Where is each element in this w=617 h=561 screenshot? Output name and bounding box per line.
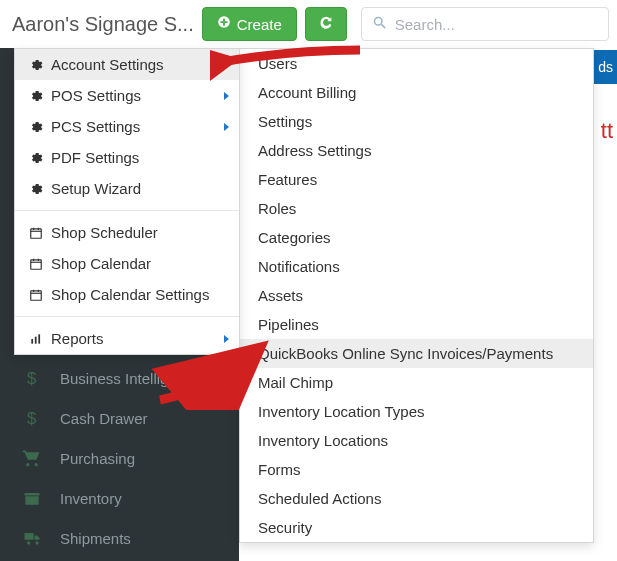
submenu-item[interactable]: Mail Chimp — [240, 368, 593, 397]
dollar-icon: $ — [22, 408, 42, 428]
svg-rect-9 — [31, 259, 42, 268]
chevron-right-icon — [224, 123, 229, 131]
menu-label: Shop Calendar — [51, 255, 151, 272]
menu-shop-scheduler[interactable]: Shop Scheduler — [15, 217, 239, 248]
cart-icon — [22, 448, 42, 468]
chevron-right-icon — [224, 92, 229, 100]
rail-label: Shipments — [60, 530, 131, 547]
submenu-item[interactable]: Users — [240, 49, 593, 78]
page-title-fragment: tt — [601, 118, 613, 144]
menu-pcs-settings[interactable]: PCS Settings — [15, 111, 239, 142]
menu-label: Reports — [51, 330, 104, 347]
submenu-item[interactable]: Assets — [240, 281, 593, 310]
search-input[interactable] — [395, 16, 598, 33]
shop-name: Aaron's Signage S... — [8, 13, 194, 36]
svg-point-3 — [374, 17, 382, 25]
gear-icon — [29, 120, 43, 134]
submenu-item[interactable]: Notifications — [240, 252, 593, 281]
svg-text:$: $ — [27, 369, 36, 388]
submenu-item[interactable]: Forms — [240, 455, 593, 484]
menu-shop-calendar[interactable]: Shop Calendar — [15, 248, 239, 279]
menu-shop-calendar-settings[interactable]: Shop Calendar Settings — [15, 279, 239, 310]
gear-icon — [29, 151, 43, 165]
account-settings-submenu: UsersAccount BillingSettingsAddress Sett… — [239, 48, 594, 543]
submenu-item[interactable]: Security — [240, 513, 593, 542]
bar-chart-icon — [29, 332, 43, 346]
svg-rect-17 — [31, 339, 33, 344]
box-icon — [22, 488, 42, 508]
calendar-icon — [29, 288, 43, 302]
menu-pos-settings[interactable]: POS Settings — [15, 80, 239, 111]
truck-icon — [22, 528, 42, 548]
refresh-icon — [318, 14, 334, 34]
refresh-button[interactable] — [305, 7, 347, 41]
calendar-icon — [29, 226, 43, 240]
rail-item-purchase[interactable]: Purchasing — [0, 438, 239, 478]
rail-label: Business Intelligence — [60, 370, 201, 387]
create-button[interactable]: Create — [202, 7, 297, 41]
menu-label: PCS Settings — [51, 118, 140, 135]
rail-label: Purchasing — [60, 450, 135, 467]
submenu-item[interactable]: Features — [240, 165, 593, 194]
gear-icon — [29, 58, 43, 72]
menu-separator — [15, 316, 239, 317]
menu-label: PDF Settings — [51, 149, 139, 166]
plus-icon — [217, 15, 231, 33]
submenu-item[interactable]: Settings — [240, 107, 593, 136]
submenu-item[interactable]: Account Billing — [240, 78, 593, 107]
gear-icon — [29, 182, 43, 196]
chevron-right-icon — [224, 335, 229, 343]
svg-rect-5 — [31, 228, 42, 237]
rail-item-shipments[interactable]: Shipments — [0, 518, 239, 558]
menu-label: Shop Calendar Settings — [51, 286, 209, 303]
menu-label: POS Settings — [51, 87, 141, 104]
menu-setup-wizard[interactable]: Setup Wizard — [15, 173, 239, 204]
menu-label: Account Settings — [51, 56, 164, 73]
settings-dropdown: Account Settings POS Settings PCS Settin… — [14, 48, 240, 355]
svg-rect-13 — [31, 290, 42, 299]
submenu-item[interactable]: Address Settings — [240, 136, 593, 165]
menu-label: Shop Scheduler — [51, 224, 158, 241]
submenu-item[interactable]: Pipelines — [240, 310, 593, 339]
menu-reports[interactable]: Reports — [15, 323, 239, 354]
submenu-item[interactable]: Categories — [240, 223, 593, 252]
svg-line-4 — [381, 24, 385, 28]
menu-account-settings[interactable]: Account Settings — [15, 49, 239, 80]
search-icon — [372, 15, 387, 34]
dollar-icon: $ — [22, 368, 42, 388]
submenu-item[interactable]: Scheduled Actions — [240, 484, 593, 513]
submenu-item[interactable]: Inventory Locations — [240, 426, 593, 455]
submenu-item[interactable]: Roles — [240, 194, 593, 223]
gear-icon — [29, 89, 43, 103]
rail-label: Inventory — [60, 490, 122, 507]
menu-separator — [15, 210, 239, 211]
rail-item-inventory[interactable]: Inventory — [0, 478, 239, 518]
menu-pdf-settings[interactable]: PDF Settings — [15, 142, 239, 173]
svg-text:$: $ — [27, 409, 36, 428]
rail-item-bi[interactable]: $ Business Intelligence — [0, 358, 239, 398]
rail-item-cash[interactable]: $ Cash Drawer — [0, 398, 239, 438]
header: Aaron's Signage S... Create — [0, 0, 617, 48]
search-box[interactable] — [361, 7, 609, 41]
calendar-icon — [29, 257, 43, 271]
submenu-item[interactable]: QuickBooks Online Sync Invoices/Payments — [240, 339, 593, 368]
create-label: Create — [237, 16, 282, 33]
svg-rect-18 — [35, 336, 37, 343]
menu-label: Setup Wizard — [51, 180, 141, 197]
svg-rect-19 — [38, 334, 40, 343]
submenu-item[interactable]: Inventory Location Types — [240, 397, 593, 426]
rail-label: Cash Drawer — [60, 410, 148, 427]
